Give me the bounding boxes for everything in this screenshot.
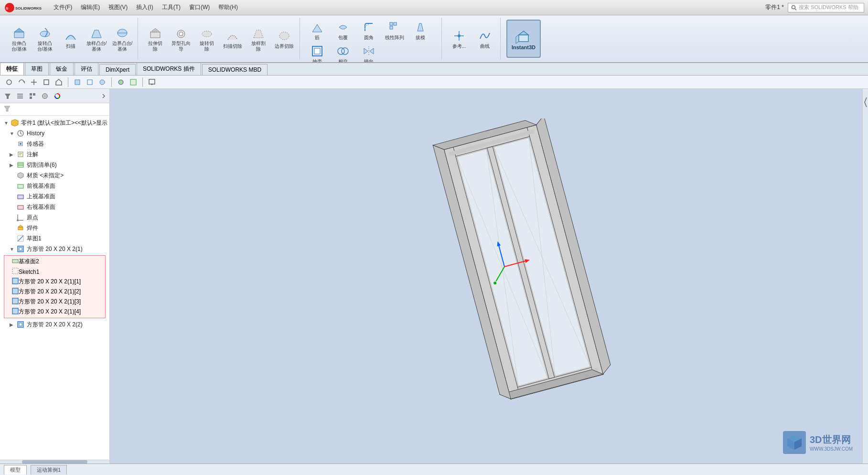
tab-features[interactable]: 特征: [0, 63, 24, 75]
hole-wizard-button[interactable]: 异型孔向导: [169, 24, 193, 53]
tree-tube1[interactable]: 方形管 20 X 20 X 2(1): [0, 244, 109, 254]
view-tool-1[interactable]: [4, 77, 14, 87]
display-tool-3[interactable]: [97, 77, 107, 87]
history-expand-arrow[interactable]: [10, 131, 16, 136]
filter-button[interactable]: [2, 90, 13, 102]
collapse-arrow[interactable]: [863, 93, 868, 112]
tree-sub-tube1-3[interactable]: 方形管 20 X 20 X 2(1)[3]: [4, 297, 105, 307]
rib-button[interactable]: 筋: [305, 19, 330, 42]
svg-point-17: [279, 32, 289, 40]
instant3d-button[interactable]: Instant3D: [506, 20, 541, 58]
tree-origin[interactable]: 原点: [0, 212, 109, 223]
wrap-icon: [335, 20, 351, 35]
svg-marker-80: [18, 225, 23, 227]
svg-rect-24: [314, 48, 320, 54]
shell-button[interactable]: 抽壳: [305, 43, 330, 62]
display-tool-1[interactable]: [72, 77, 83, 87]
scene-tool[interactable]: [128, 77, 139, 87]
tree-root[interactable]: 零件1 (默认<按加工><<默认>显示: [0, 118, 109, 128]
tab-sw-mbd[interactable]: SOLIDWORKS MBD: [202, 64, 268, 75]
tree-sub-plane2[interactable]: 基准面2: [4, 257, 105, 267]
boundary-boss-button[interactable]: 边界凸台/基体: [110, 24, 135, 53]
tree-tube2[interactable]: 方形管 20 X 20 X 2(2): [0, 319, 109, 330]
monitor-tool[interactable]: [147, 77, 157, 87]
tree-annotation[interactable]: 注解: [0, 149, 109, 160]
loft-cut-label: 放样割除: [251, 41, 266, 52]
svg-rect-90: [12, 308, 18, 314]
tree-history[interactable]: History: [0, 128, 109, 139]
menu-bar: 文件(F) 编辑(E) 视图(V) 插入(I) 工具(T) 窗口(W) 帮助(H…: [48, 1, 761, 13]
fillet-button[interactable]: 圆角: [356, 19, 381, 42]
tube1-label: 方形管 20 X 20 X 2(1): [27, 245, 83, 253]
linear-pattern-button[interactable]: 线性阵列: [382, 19, 407, 42]
expand-panel-button[interactable]: [100, 92, 107, 100]
view-tool-2[interactable]: [16, 77, 27, 87]
tree-weldment[interactable]: 焊件: [0, 223, 109, 233]
extrude-cut-button[interactable]: 拉伸切除: [143, 24, 168, 53]
tube2-expand[interactable]: [10, 322, 16, 327]
extrude-boss-button[interactable]: 拉伸凸台/基体: [7, 24, 32, 53]
detail-view-button[interactable]: [27, 90, 38, 102]
svg-marker-18: [312, 24, 322, 32]
tree-front-plane[interactable]: 前视基准面: [0, 181, 109, 191]
view-tool-5[interactable]: [54, 77, 64, 87]
root-expand-arrow[interactable]: [4, 120, 11, 126]
curves-button[interactable]: 曲线: [472, 27, 497, 50]
tree-sub-tube1-4[interactable]: 方形管 20 X 20 X 2(1)[4]: [4, 307, 105, 317]
reference-button[interactable]: 参考...: [447, 27, 472, 50]
color-tool-1[interactable]: [116, 77, 126, 87]
menu-tools[interactable]: 工具(T): [158, 1, 184, 13]
viewport[interactable]: 3D世界网 WWW.3DSJW.COM: [110, 89, 862, 464]
intersect-button[interactable]: 相交: [331, 43, 355, 62]
view-tool-4[interactable]: [41, 77, 52, 87]
list-view-button[interactable]: [14, 90, 26, 102]
status-tab-motion[interactable]: 运动算例1: [31, 465, 67, 475]
color-button[interactable]: [52, 90, 63, 102]
loft-cut-button[interactable]: 放样割除: [246, 24, 271, 53]
revolve-boss-button[interactable]: 旋转凸台/基体: [32, 24, 57, 53]
tab-sheetmetal[interactable]: 钣金: [50, 63, 74, 75]
search-icon: [791, 5, 797, 11]
display-tool-2[interactable]: [85, 77, 95, 87]
tree-top-plane[interactable]: 上视基准面: [0, 191, 109, 202]
svg-rect-86: [12, 268, 18, 274]
tab-dimxpert[interactable]: DimXpert: [99, 64, 136, 75]
svg-rect-40: [44, 80, 49, 85]
draft-button[interactable]: 拔模: [408, 19, 433, 42]
tab-evaluate[interactable]: 评估: [75, 63, 98, 75]
tree-sub-sketch1[interactable]: Sketch1: [4, 267, 105, 277]
tube1-expand[interactable]: [10, 247, 16, 252]
menu-edit[interactable]: 编辑(E): [77, 1, 104, 13]
boundary-cut-button[interactable]: 边界切除: [272, 27, 297, 50]
sweep-button[interactable]: 扫描: [58, 27, 83, 50]
search-bar[interactable]: 搜索 SOLIDWORKS 帮助: [788, 3, 864, 12]
tree-sensor[interactable]: 传感器: [0, 139, 109, 149]
cutlist-expand[interactable]: [10, 162, 16, 168]
menu-file[interactable]: 文件(F): [50, 1, 76, 13]
svg-rect-47: [149, 79, 155, 84]
menu-insert[interactable]: 插入(I): [132, 1, 157, 13]
coordinate-button[interactable]: [39, 90, 51, 102]
revolve-cut-button[interactable]: 旋转切除: [194, 24, 219, 53]
svg-point-15: [202, 31, 212, 37]
tab-sw-plugins[interactable]: SOLIDWORKS 插件: [137, 63, 201, 75]
menu-help[interactable]: 帮助(H): [214, 1, 242, 13]
mirror-button[interactable]: 镜向: [356, 43, 381, 62]
instant3d-icon: [515, 27, 532, 44]
view-tool-3[interactable]: [29, 77, 39, 87]
menu-window[interactable]: 窗口(W): [185, 1, 214, 13]
tree-sketch1[interactable]: 草图1: [0, 233, 109, 244]
tab-sketch[interactable]: 草图: [25, 63, 49, 75]
sweep-cut-button[interactable]: 扫描切除: [220, 27, 245, 50]
annotation-expand[interactable]: [10, 152, 16, 157]
tree-right-plane[interactable]: 右视基准面: [0, 202, 109, 212]
status-tab-model[interactable]: 模型: [4, 465, 27, 475]
tree-sub-tube1-1[interactable]: 方形管 20 X 20 X 2(1)[1]: [4, 277, 105, 287]
tree-cutlist[interactable]: 切割清单(6): [0, 160, 109, 170]
loft-boss-button[interactable]: 放样凸台/基体: [84, 24, 109, 53]
magnify-icon: [5, 78, 13, 86]
menu-view[interactable]: 视图(V): [105, 1, 131, 13]
tree-material[interactable]: 材质 <未指定>: [0, 170, 109, 181]
tree-sub-tube1-2[interactable]: 方形管 20 X 20 X 2(1)[2]: [4, 287, 105, 297]
wrap-button[interactable]: 包覆: [331, 19, 355, 42]
